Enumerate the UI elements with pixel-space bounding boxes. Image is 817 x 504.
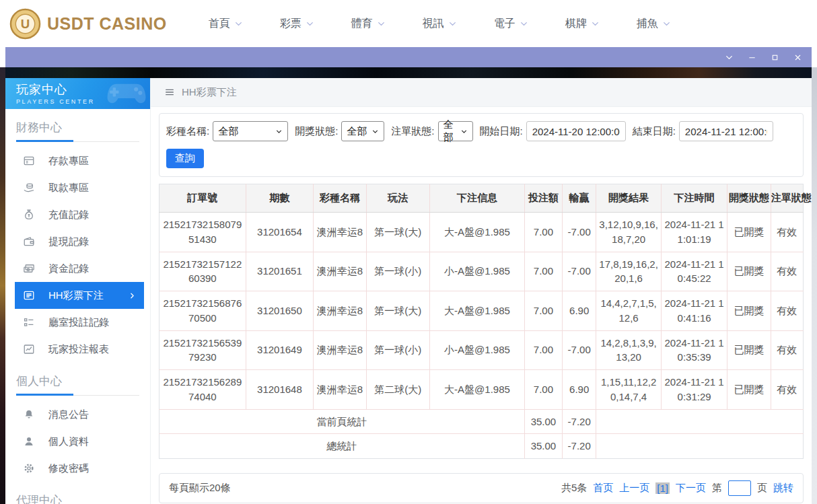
nav-item-2[interactable]: 彩票 <box>280 17 314 31</box>
menu-icon[interactable] <box>164 87 175 98</box>
pagination-panel: 每頁顯示20條 共5条 首页 上一页 [1] 下一页 第 页 跳转 <box>159 473 804 503</box>
sidebar-item-hh-lottery-bets[interactable]: HH彩票下注 <box>15 282 144 309</box>
table-cell: 31201649 <box>246 330 314 370</box>
current-page-indicator[interactable]: [1] <box>655 482 670 494</box>
sidebar-item-hall-bet-record[interactable]: 廳室投註記錄 <box>15 309 144 336</box>
next-page-link[interactable]: 下一页 <box>676 482 706 495</box>
chevron-down-icon <box>725 53 734 62</box>
nav-item-label: 體育 <box>351 17 373 31</box>
table-cell: 第二球(大) <box>366 370 429 410</box>
window-minimize-button[interactable] <box>748 53 756 62</box>
table-cell: 7.00 <box>524 330 562 370</box>
table-cell: -7.00 <box>563 213 596 252</box>
table-cell: 大-A盤@1.985 <box>430 370 525 410</box>
sidebar-section-title-1: 財務中心 <box>16 120 139 135</box>
table-cell: 第一球(大) <box>366 213 429 252</box>
summary-empty-cell <box>596 409 804 434</box>
column-header-10: 開獎狀態 <box>727 184 771 213</box>
sidebar-section-title-3: 代理中心 <box>16 493 139 504</box>
table-row: 215217321571226039031201651澳洲幸运8第一球(小)小-… <box>159 252 804 291</box>
hall-record-icon <box>23 316 35 328</box>
draw-status-label: 開獎狀態: <box>295 125 338 138</box>
table-cell: 14,4,2,7,1,5,12,6 <box>596 291 662 331</box>
table-cell: 7.00 <box>524 252 562 291</box>
start-date-input[interactable] <box>526 121 626 141</box>
sidebar: 玩家中心 PLAYERS CENTER 財務中心存款專區取款專區充值記錄提現記錄… <box>5 78 151 504</box>
total-count-text: 共5条 <box>561 482 587 495</box>
table-row: 215217321562897404031201648澳洲幸运8第二球(大)大-… <box>159 370 804 410</box>
page-number-input[interactable] <box>728 480 751 496</box>
table-cell: 有效 <box>771 213 803 252</box>
sidebar-item-withdrawal-record[interactable]: 提現記錄 <box>15 228 144 255</box>
table-cell: 已開獎 <box>727 291 771 331</box>
order-status-select[interactable]: 全部 <box>438 121 473 141</box>
column-header-9: 下注時間 <box>661 184 727 213</box>
nav-item-4[interactable]: 視訊 <box>423 17 457 31</box>
table-cell: 7.00 <box>524 291 562 331</box>
sidebar-item-label: 廳室投註記錄 <box>48 316 109 329</box>
background-right-edge <box>812 67 817 504</box>
sidebar-item-label: HH彩票下注 <box>48 289 104 302</box>
sidebar-item-funds-record[interactable]: 資金記錄 <box>15 255 144 282</box>
nav-item-1[interactable]: 首頁 <box>209 17 243 31</box>
table-cell: -7.00 <box>563 330 596 370</box>
column-header-4: 玩法 <box>366 184 429 213</box>
sidebar-item-label: 修改密碼 <box>48 462 89 475</box>
table-cell: 2024-11-21 10:31:29 <box>661 370 727 410</box>
sidebar-item-profile[interactable]: 個人資料 <box>15 428 144 455</box>
table-cell: 已開獎 <box>727 252 771 291</box>
first-page-link[interactable]: 首页 <box>593 482 613 495</box>
table-cell: 2152173215712260390 <box>159 252 246 291</box>
brand-name: USDT CASINO <box>47 14 167 34</box>
sidebar-item-change-password[interactable]: 修改密碼 <box>15 455 144 482</box>
table-cell: 31201650 <box>246 291 314 331</box>
sidebar-item-deposit[interactable]: 存款專區 <box>15 147 144 174</box>
window-titlebar <box>5 47 812 67</box>
prev-page-link[interactable]: 上一页 <box>619 482 649 495</box>
user-icon <box>23 435 35 447</box>
main-content: HH彩票下注 彩種名稱: 全部 開獎狀態: 全部 <box>151 78 812 504</box>
report-icon <box>23 343 35 355</box>
draw-status-select[interactable]: 全部 <box>341 121 384 141</box>
sidebar-item-label: 玩家投注報表 <box>48 343 109 356</box>
sidebar-item-recharge-record[interactable]: 充值記錄 <box>15 201 144 228</box>
nav-item-label: 捕魚 <box>637 17 658 31</box>
table-cell: -7.00 <box>563 252 596 291</box>
window-maximize-button[interactable] <box>771 53 779 62</box>
minimize-icon <box>748 53 756 62</box>
bell-icon <box>23 408 35 421</box>
nav-item-7[interactable]: 捕魚 <box>637 17 671 31</box>
summary-bet-total: 35.00 <box>524 434 562 459</box>
sidebar-item-messages[interactable]: 消息公告 <box>15 401 144 428</box>
lottery-name-select[interactable]: 全部 <box>213 121 288 141</box>
page-title: HH彩票下注 <box>182 86 237 99</box>
table-cell: 2152173215628974040 <box>159 370 246 410</box>
chevron-down-icon <box>377 20 386 28</box>
chevron-down-icon <box>662 20 671 28</box>
brand-logo[interactable]: U USDT CASINO <box>9 8 167 40</box>
sidebar-item-player-bet-report[interactable]: 玩家投注報表 <box>15 336 144 363</box>
chevron-down-icon <box>234 20 243 28</box>
table-cell: 小-A盤@1.985 <box>430 252 525 291</box>
filter-panel: 彩種名稱: 全部 開獎狀態: 全部 注單狀態: 全部 <box>159 113 804 177</box>
search-button[interactable]: 查詢 <box>166 149 204 168</box>
table-cell: 3,12,10,9,16,18,7,20 <box>596 213 662 252</box>
table-cell: 6.90 <box>563 370 596 410</box>
chevron-down-icon <box>520 20 528 28</box>
sidebar-item-withdraw[interactable]: 取款專區 <box>15 174 144 201</box>
nav-item-3[interactable]: 體育 <box>351 17 386 31</box>
table-cell: 2024-11-21 11:01:19 <box>661 213 727 252</box>
bets-table: 訂單號期數彩種名稱玩法下注信息投注額輸贏開獎結果下注時間開獎狀態注單狀態 215… <box>159 184 804 459</box>
page-size-text: 每頁顯示20條 <box>169 482 231 495</box>
nav-item-5[interactable]: 電子 <box>494 17 528 31</box>
window-close-button[interactable] <box>793 53 802 62</box>
end-date-input[interactable] <box>679 121 773 141</box>
chevron-right-icon <box>129 292 136 299</box>
jump-page-link[interactable]: 跳转 <box>773 482 793 495</box>
section-underline <box>16 394 139 396</box>
sidebar-item-label: 消息公告 <box>48 408 89 421</box>
nav-item-6[interactable]: 棋牌 <box>565 17 600 31</box>
window-collapse-button[interactable] <box>725 53 734 62</box>
filter-row: 彩種名稱: 全部 開獎狀態: 全部 注單狀態: 全部 <box>166 121 796 141</box>
nav-item-label: 首頁 <box>209 17 230 31</box>
